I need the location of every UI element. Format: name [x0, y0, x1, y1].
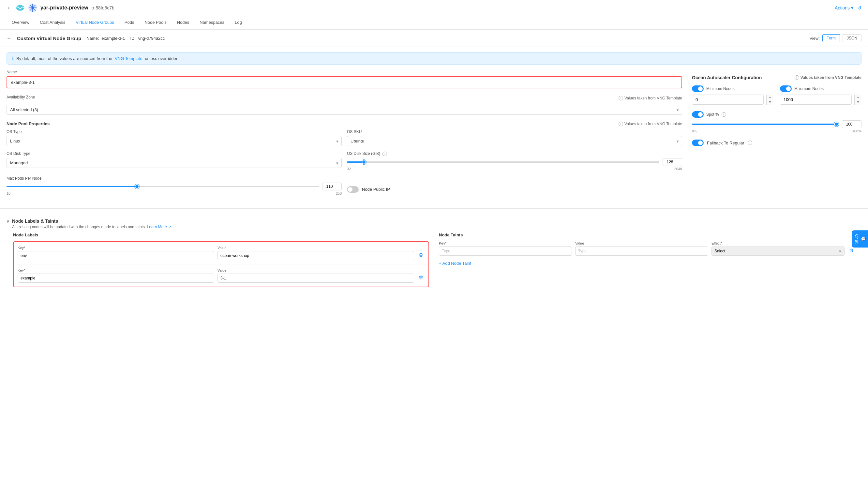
trash-icon-2 [419, 275, 423, 280]
min-nodes-down[interactable]: ▼ [767, 100, 773, 105]
label-row-1: Key* Value [18, 246, 425, 260]
disk-size-slider[interactable] [347, 161, 659, 163]
header-right: Actions ▾ ↺ [835, 5, 862, 11]
collapse-header[interactable]: ∨ Node Labels & Taints All existing node… [6, 215, 862, 232]
view-form-button[interactable]: Form [823, 34, 840, 42]
label-2-key-input[interactable] [18, 274, 214, 283]
label-1-key-input[interactable] [18, 251, 214, 260]
spot-toggle-slider [692, 111, 704, 118]
node-labels-bordered: Key* Value [13, 241, 429, 287]
node-taints-section: Node Taints Key* Value Effect* Select... [439, 232, 855, 287]
spot-labels: 0% 100% [692, 129, 862, 133]
max-pods-input[interactable] [322, 183, 342, 190]
max-pods-slider[interactable] [6, 186, 319, 187]
tab-nodes[interactable]: Nodes [172, 16, 195, 29]
label-separator [14, 264, 429, 264]
chat-widget[interactable]: 💬 Chat [852, 230, 868, 248]
min-nodes-input[interactable] [692, 95, 764, 105]
tab-pods[interactable]: Pods [119, 16, 140, 29]
taint-key-input[interactable] [439, 247, 572, 256]
toggle-slider [347, 186, 359, 193]
taint-header-row: Key* Value Effect* Select... ▾ [439, 241, 855, 256]
spot-value-input[interactable] [842, 120, 862, 128]
tab-node-pools[interactable]: Node Pools [139, 16, 172, 29]
max-pods-row: Max Pods Per Node 10 250 [6, 176, 682, 195]
max-nodes-down[interactable]: ▼ [855, 100, 862, 105]
max-nodes-up[interactable]: ▲ [855, 95, 862, 100]
tab-cost-analysis[interactable]: Cost Analysis [35, 16, 70, 29]
actions-button[interactable]: Actions ▾ [835, 5, 853, 10]
name-input[interactable] [8, 77, 681, 87]
label-1-value-input[interactable] [217, 251, 414, 260]
tab-overview[interactable]: Overview [6, 16, 35, 29]
taint-value-input[interactable] [575, 247, 708, 256]
svg-point-0 [16, 5, 25, 11]
page-name-meta: Name: example-3-1 [86, 36, 125, 41]
info-banner: ℹ By default, most of the values are sou… [6, 52, 862, 65]
min-nodes-toggle[interactable] [692, 86, 704, 92]
disk-size-info-icon: i [382, 152, 387, 156]
wave-icon [16, 3, 25, 12]
os-sku-field: OS SKU Ubuntu ▾ [347, 129, 682, 146]
spot-slider[interactable] [692, 124, 839, 125]
refresh-button[interactable]: ↺ [857, 5, 862, 11]
os-type-sku-row: OS Type Linux ▾ OS SKU Ubuntu ▾ [6, 129, 682, 146]
back-button[interactable]: ← [6, 5, 12, 11]
add-taint-button[interactable]: + Add Node Taint [439, 261, 471, 266]
label-kv-1: Key* Value [18, 246, 425, 260]
collapse-title: Node Labels & Taints [12, 219, 171, 224]
label-1-key-field: Key* [18, 246, 214, 260]
spot-toggle[interactable] [692, 111, 704, 118]
min-max-row: Minimum Nodes ▲ ▼ [692, 86, 862, 105]
node-public-ip-label: Node Public IP [362, 187, 390, 192]
max-toggle-slider [780, 86, 792, 92]
os-type-select[interactable]: Linux [6, 136, 342, 146]
tab-namespaces[interactable]: Namespaces [194, 16, 229, 29]
header-left: ← yar-private-preview o-58fd5c7b [6, 3, 115, 12]
label-2-value-input[interactable] [217, 274, 414, 283]
label-value-label-2: Value [217, 268, 414, 272]
az-info-icon: i [619, 96, 623, 100]
page-back-button[interactable]: ← [6, 35, 12, 41]
name-field-wrapper [6, 76, 682, 88]
az-select[interactable]: All selected (3) [6, 105, 682, 115]
min-nodes-up[interactable]: ▲ [767, 95, 773, 100]
chat-icon: 💬 [861, 236, 865, 241]
label-kv-2: Key* Value [18, 268, 425, 283]
label-2-value-field: Value [217, 268, 414, 283]
labels-taints-area: ∨ Node Labels & Taints All existing node… [0, 215, 868, 287]
vng-template-link[interactable]: VNG Template [115, 56, 142, 61]
max-nodes-input[interactable] [780, 95, 852, 105]
view-json-button[interactable]: JSON [843, 34, 862, 42]
fallback-info-icon: i [748, 140, 752, 145]
spot-label: Spot % [706, 112, 719, 117]
page-header: ← Custom Virtual Node Group Name: exampl… [0, 30, 868, 47]
autoscaler-section: Ocean Autoscaler Configuration i Values … [692, 70, 862, 146]
node-public-ip-toggle[interactable] [347, 186, 359, 193]
fallback-label: Fallback To Regular [707, 140, 744, 146]
label-1-delete-button[interactable] [417, 251, 425, 259]
os-type-wrapper: Linux ▾ [6, 136, 342, 146]
label-2-delete-button[interactable] [417, 274, 425, 282]
chevron-down-icon: ▾ [851, 5, 853, 10]
fallback-toggle[interactable] [692, 139, 704, 146]
tab-log[interactable]: Log [229, 16, 247, 29]
disk-type-select[interactable]: Managed [6, 158, 342, 168]
max-pods-label: Max Pods Per Node [6, 176, 342, 181]
az-header-row: Availability Zone i Values taken from VN… [6, 95, 682, 101]
os-sku-label: OS SKU [347, 129, 682, 134]
os-sku-select[interactable]: Ubuntu [347, 136, 682, 146]
disk-size-input[interactable] [662, 158, 682, 166]
page-id-meta: ID: vng-d794a2cc [130, 36, 165, 41]
learn-more-link[interactable]: Learn More ↗ [147, 225, 172, 229]
max-nodes-toggle[interactable] [780, 86, 792, 92]
min-nodes-input-wrapper: ▲ ▼ [692, 95, 773, 105]
max-pods-slider-row [6, 183, 342, 190]
taint-value-col: Value [575, 241, 708, 256]
taint-effect-select[interactable]: Select... [712, 247, 844, 256]
node-labels-section: Node Labels Key* Value [13, 232, 429, 287]
max-nodes-input-wrapper: ▲ ▼ [780, 95, 862, 105]
taint-delete-button[interactable] [848, 247, 855, 255]
tab-virtual-node-groups[interactable]: Virtual Node Groups [70, 16, 119, 29]
collapse-subtitle: All existing nodes will be updated with … [12, 225, 171, 229]
